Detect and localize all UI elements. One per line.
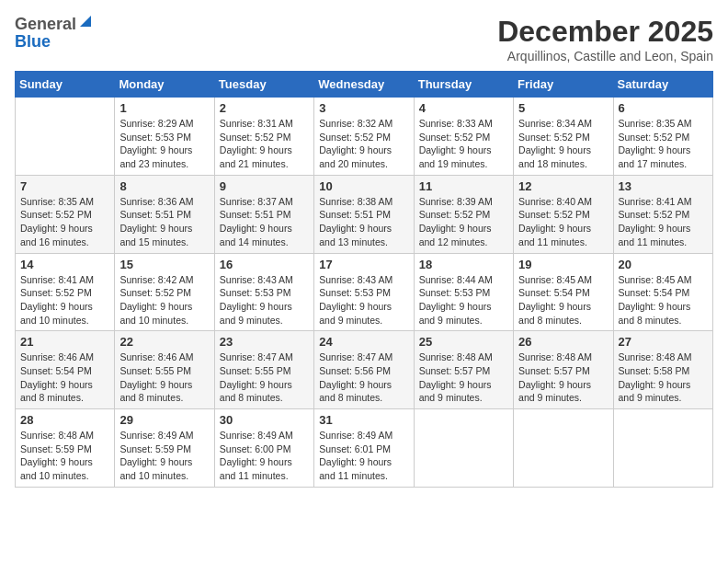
calendar-cell: 18Sunrise: 8:44 AM Sunset: 5:53 PM Dayli… (414, 253, 513, 331)
day-info: Sunrise: 8:46 AM Sunset: 5:55 PM Dayligh… (119, 350, 209, 405)
calendar-cell: 11Sunrise: 8:39 AM Sunset: 5:52 PM Dayli… (414, 175, 513, 253)
day-number: 5 (518, 101, 608, 115)
logo: General Blue (15, 15, 91, 52)
day-info: Sunrise: 8:49 AM Sunset: 5:59 PM Dayligh… (119, 429, 209, 483)
location: Arquillinos, Castille and Leon, Spain (497, 49, 713, 63)
calendar-cell: 22Sunrise: 8:46 AM Sunset: 5:55 PM Dayli… (115, 331, 214, 409)
day-number: 22 (119, 335, 209, 349)
day-number: 14 (20, 258, 109, 271)
day-number: 25 (419, 335, 508, 349)
calendar-week-row: 28Sunrise: 8:48 AM Sunset: 5:59 PM Dayli… (16, 409, 713, 488)
calendar-cell: 1Sunrise: 8:29 AM Sunset: 5:53 PM Daylig… (115, 98, 214, 176)
calendar-cell: 27Sunrise: 8:48 AM Sunset: 5:58 PM Dayli… (613, 331, 712, 409)
calendar-cell: 3Sunrise: 8:32 AM Sunset: 5:52 PM Daylig… (314, 98, 414, 176)
day-number: 13 (619, 179, 708, 193)
day-info: Sunrise: 8:46 AM Sunset: 5:54 PM Dayligh… (20, 350, 109, 405)
day-number: 10 (319, 179, 408, 193)
day-header-monday: Monday (115, 72, 214, 98)
day-info: Sunrise: 8:48 AM Sunset: 5:57 PM Dayligh… (518, 350, 608, 405)
calendar-cell: 15Sunrise: 8:42 AM Sunset: 5:52 PM Dayli… (115, 253, 214, 331)
calendar-cell: 25Sunrise: 8:48 AM Sunset: 5:57 PM Dayli… (414, 331, 513, 409)
calendar-week-row: 21Sunrise: 8:46 AM Sunset: 5:54 PM Dayli… (16, 331, 713, 409)
day-info: Sunrise: 8:35 AM Sunset: 5:52 PM Dayligh… (20, 195, 109, 249)
day-number: 2 (220, 101, 309, 115)
day-info: Sunrise: 8:31 AM Sunset: 5:52 PM Dayligh… (220, 117, 309, 171)
day-header-friday: Friday (514, 72, 613, 98)
day-info: Sunrise: 8:39 AM Sunset: 5:52 PM Dayligh… (419, 195, 508, 249)
day-number: 24 (319, 335, 408, 349)
calendar-cell: 16Sunrise: 8:43 AM Sunset: 5:53 PM Dayli… (214, 253, 313, 331)
calendar-cell (613, 409, 712, 488)
title-section: December 2025 Arquillinos, Castille and … (497, 15, 713, 63)
calendar-cell: 26Sunrise: 8:48 AM Sunset: 5:57 PM Dayli… (514, 331, 613, 409)
month-title: December 2025 (497, 15, 713, 49)
calendar-cell: 31Sunrise: 8:49 AM Sunset: 6:01 PM Dayli… (314, 409, 414, 488)
day-number: 29 (119, 413, 209, 427)
day-number: 18 (419, 258, 508, 271)
calendar-cell: 12Sunrise: 8:40 AM Sunset: 5:52 PM Dayli… (514, 175, 613, 253)
day-number: 19 (518, 258, 608, 271)
calendar-cell: 20Sunrise: 8:45 AM Sunset: 5:54 PM Dayli… (613, 253, 712, 331)
day-info: Sunrise: 8:47 AM Sunset: 5:56 PM Dayligh… (319, 350, 408, 405)
calendar-cell: 8Sunrise: 8:36 AM Sunset: 5:51 PM Daylig… (115, 175, 214, 253)
calendar-cell: 6Sunrise: 8:35 AM Sunset: 5:52 PM Daylig… (613, 98, 712, 176)
day-info: Sunrise: 8:40 AM Sunset: 5:52 PM Dayligh… (518, 195, 608, 249)
calendar-header-row: SundayMondayTuesdayWednesdayThursdayFrid… (16, 72, 713, 98)
calendar-cell: 24Sunrise: 8:47 AM Sunset: 5:56 PM Dayli… (314, 331, 414, 409)
day-info: Sunrise: 8:42 AM Sunset: 5:52 PM Dayligh… (119, 273, 209, 327)
day-number: 30 (220, 413, 309, 427)
day-info: Sunrise: 8:43 AM Sunset: 5:53 PM Dayligh… (319, 273, 408, 327)
day-info: Sunrise: 8:44 AM Sunset: 5:53 PM Dayligh… (419, 273, 508, 327)
day-header-saturday: Saturday (613, 72, 712, 98)
calendar-cell: 19Sunrise: 8:45 AM Sunset: 5:54 PM Dayli… (514, 253, 613, 331)
calendar-cell: 14Sunrise: 8:41 AM Sunset: 5:52 PM Dayli… (16, 253, 115, 331)
day-number: 1 (119, 101, 209, 115)
day-header-sunday: Sunday (16, 72, 115, 98)
day-number: 20 (619, 258, 708, 271)
day-number: 4 (419, 101, 508, 115)
day-number: 6 (619, 101, 708, 115)
day-number: 3 (319, 101, 408, 115)
day-number: 21 (20, 335, 109, 349)
logo-blue-text: Blue (15, 32, 51, 52)
calendar-cell: 21Sunrise: 8:46 AM Sunset: 5:54 PM Dayli… (16, 331, 115, 409)
calendar-table: SundayMondayTuesdayWednesdayThursdayFrid… (15, 71, 713, 488)
day-info: Sunrise: 8:49 AM Sunset: 6:01 PM Dayligh… (319, 429, 408, 483)
day-info: Sunrise: 8:34 AM Sunset: 5:52 PM Dayligh… (518, 117, 608, 171)
calendar-cell: 4Sunrise: 8:33 AM Sunset: 5:52 PM Daylig… (414, 98, 513, 176)
day-info: Sunrise: 8:45 AM Sunset: 5:54 PM Dayligh… (619, 273, 708, 327)
day-info: Sunrise: 8:35 AM Sunset: 5:52 PM Dayligh… (619, 117, 708, 171)
page-header: General Blue December 2025 Arquillinos, … (15, 15, 713, 63)
day-info: Sunrise: 8:43 AM Sunset: 5:53 PM Dayligh… (220, 273, 309, 327)
calendar-cell: 7Sunrise: 8:35 AM Sunset: 5:52 PM Daylig… (16, 175, 115, 253)
calendar-cell: 28Sunrise: 8:48 AM Sunset: 5:59 PM Dayli… (16, 409, 115, 488)
day-info: Sunrise: 8:45 AM Sunset: 5:54 PM Dayligh… (518, 273, 608, 327)
day-info: Sunrise: 8:41 AM Sunset: 5:52 PM Dayligh… (619, 195, 708, 249)
day-number: 26 (518, 335, 608, 349)
svg-marker-0 (80, 16, 91, 27)
calendar-cell (16, 98, 115, 176)
day-info: Sunrise: 8:37 AM Sunset: 5:51 PM Dayligh… (220, 195, 309, 249)
day-number: 12 (518, 179, 608, 193)
day-header-thursday: Thursday (414, 72, 513, 98)
day-number: 9 (220, 179, 309, 193)
day-info: Sunrise: 8:48 AM Sunset: 5:59 PM Dayligh… (20, 429, 109, 483)
calendar-week-row: 1Sunrise: 8:29 AM Sunset: 5:53 PM Daylig… (16, 98, 713, 176)
calendar-cell (514, 409, 613, 488)
calendar-cell: 17Sunrise: 8:43 AM Sunset: 5:53 PM Dayli… (314, 253, 414, 331)
calendar-week-row: 14Sunrise: 8:41 AM Sunset: 5:52 PM Dayli… (16, 253, 713, 331)
day-info: Sunrise: 8:41 AM Sunset: 5:52 PM Dayligh… (20, 273, 109, 327)
calendar-cell: 10Sunrise: 8:38 AM Sunset: 5:51 PM Dayli… (314, 175, 414, 253)
logo-general-text: General (15, 15, 76, 34)
day-number: 7 (20, 179, 109, 193)
day-number: 16 (220, 258, 309, 271)
day-number: 27 (619, 335, 708, 349)
day-number: 17 (319, 258, 408, 271)
calendar-cell: 5Sunrise: 8:34 AM Sunset: 5:52 PM Daylig… (514, 98, 613, 176)
day-number: 8 (119, 179, 209, 193)
logo-triangle-icon (78, 14, 91, 29)
day-info: Sunrise: 8:29 AM Sunset: 5:53 PM Dayligh… (119, 117, 209, 171)
day-info: Sunrise: 8:49 AM Sunset: 6:00 PM Dayligh… (220, 429, 309, 483)
day-info: Sunrise: 8:32 AM Sunset: 5:52 PM Dayligh… (319, 117, 408, 171)
calendar-cell: 2Sunrise: 8:31 AM Sunset: 5:52 PM Daylig… (214, 98, 313, 176)
